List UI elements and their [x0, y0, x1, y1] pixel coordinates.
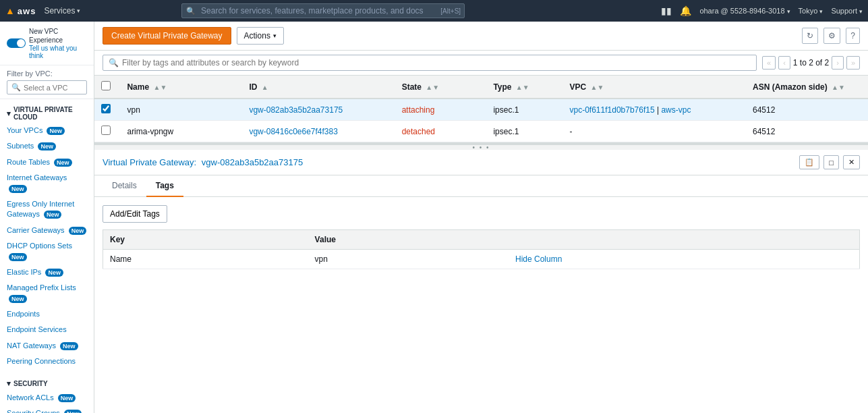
- user-menu[interactable]: ohara @ 5528-8946-3018 ▾: [699, 7, 790, 15]
- select-all-checkbox[interactable]: [101, 81, 111, 90]
- aws-logo-mark: ▲: [5, 5, 15, 16]
- prev-page-button[interactable]: ‹: [778, 56, 790, 70]
- vpg-table: Name ▲▼ ID ▲ State ▲▼ Type ▲▼ VPC ▲▼: [94, 76, 868, 142]
- sidebar-item-nat-gateways[interactable]: NAT Gateways New: [0, 338, 94, 354]
- user-caret-icon: ▾: [787, 8, 790, 15]
- new-badge: New: [44, 211, 62, 219]
- aws-logo-text: aws: [18, 6, 36, 16]
- new-badge: New: [9, 253, 27, 261]
- vpc-toggle-link[interactable]: Tell us what you think: [29, 45, 87, 59]
- create-vpg-button[interactable]: Create Virtual Private Gateway: [103, 27, 231, 45]
- pagination: « ‹ 1 to 2 of 2 › »: [762, 56, 860, 70]
- toolbar-right: ↻ ⚙ ?: [802, 28, 860, 44]
- sidebar-item-elastic-ips[interactable]: Elastic IPs New: [0, 265, 94, 280]
- next-page-button[interactable]: ›: [832, 56, 844, 70]
- resize-handle[interactable]: • • •: [94, 144, 868, 150]
- vpc-filter-input[interactable]: [24, 84, 78, 92]
- detail-action-copy[interactable]: 📋: [799, 155, 819, 169]
- region-selector[interactable]: Tokyo ▾: [799, 7, 823, 15]
- help-button[interactable]: ?: [846, 28, 860, 44]
- sort-icon: ▲▼: [516, 84, 529, 91]
- id-link[interactable]: vgw-08416c0e6e7f4f383: [249, 127, 337, 136]
- aws-logo[interactable]: ▲ aws: [5, 5, 36, 16]
- sidebar-item-egress-gateways[interactable]: Egress Only Internet Gateways New: [0, 196, 94, 223]
- pagination-text: 1 to 2 of 2: [793, 58, 829, 67]
- security-section-header[interactable]: ▾ SECURITY: [0, 375, 94, 390]
- sidebar-item-security-groups[interactable]: Security Groups New: [0, 406, 94, 413]
- hide-column-link[interactable]: Hide Column: [515, 254, 562, 264]
- table-row: vpn vgw-082ab3a5b2aa73175 attaching ipse…: [94, 99, 868, 121]
- add-edit-tags-button[interactable]: Add/Edit Tags: [103, 205, 167, 223]
- detail-title-id: vgw-082ab3a5b2aa73175: [202, 157, 303, 167]
- toggle-knob: [17, 39, 25, 47]
- vpc-link[interactable]: vpc-0f611f1d0b7b76f15: [570, 105, 655, 115]
- filter-search-input[interactable]: [122, 58, 751, 67]
- last-page-button[interactable]: »: [846, 56, 860, 70]
- notification-icon[interactable]: 🔔: [680, 5, 691, 16]
- first-page-button[interactable]: «: [762, 56, 776, 70]
- tag-value-vpn: vpn: [308, 250, 509, 269]
- sidebar-item-network-acls[interactable]: Network ACLs New: [0, 390, 94, 406]
- id-link[interactable]: vgw-082ab3a5b2aa73175: [249, 105, 343, 115]
- global-search-input[interactable]: [181, 3, 465, 18]
- sidebar-item-carrier-gateways[interactable]: Carrier Gateways New: [0, 223, 94, 238]
- new-badge: New: [45, 269, 63, 277]
- col-header-vpc[interactable]: VPC ▲▼: [563, 76, 746, 99]
- state-badge: detached: [402, 127, 435, 136]
- cloud-shell-icon[interactable]: ▮▮: [661, 5, 672, 16]
- detail-tabs-bar: Details Tags: [94, 175, 868, 197]
- sidebar-item-managed-prefix[interactable]: Managed Prefix Lists New: [0, 280, 94, 306]
- actions-button[interactable]: Actions ▾: [237, 27, 284, 45]
- new-badge: New: [54, 159, 72, 167]
- col-header-name[interactable]: Name ▲▼: [120, 76, 242, 99]
- cell-name: vpn: [120, 99, 242, 121]
- table-row: Name vpn Hide Column: [103, 250, 860, 269]
- select-all-header[interactable]: [94, 76, 120, 99]
- refresh-button[interactable]: ↻: [802, 28, 818, 44]
- tag-action-hide: Hide Column: [509, 250, 859, 269]
- vpc-experience-toggle-area: New VPC Experience Tell us what you thin…: [0, 22, 94, 65]
- col-header-state[interactable]: State ▲▼: [395, 76, 487, 99]
- tags-header-row: Key Value: [103, 230, 860, 250]
- vpc-label-link[interactable]: aws-vpc: [661, 105, 691, 115]
- vpc-section: ▾ VIRTUAL PRIVATE CLOUD Your VPCs New Su…: [0, 99, 94, 373]
- vpc-filter-input-wrap: 🔍: [7, 80, 87, 94]
- search-icon: 🔍: [186, 7, 196, 16]
- col-header-asn[interactable]: ASN (Amazon side) ▲▼: [746, 76, 868, 99]
- cell-name: arima-vpngw: [120, 121, 242, 142]
- tab-tags[interactable]: Tags: [146, 175, 183, 197]
- sort-icon-active: ▲: [262, 84, 268, 91]
- sidebar-item-internet-gateways[interactable]: Internet Gateways New: [0, 170, 94, 196]
- col-header-type[interactable]: Type ▲▼: [486, 76, 562, 99]
- filter-bar: 🔍 « ‹ 1 to 2 of 2 › »: [94, 51, 868, 76]
- detail-action-close[interactable]: ✕: [843, 155, 860, 169]
- cell-type: ipsec.1: [486, 121, 562, 142]
- state-badge: attaching: [402, 105, 435, 115]
- sidebar-item-subnets[interactable]: Subnets New: [0, 138, 94, 154]
- tab-details[interactable]: Details: [103, 175, 146, 197]
- support-menu[interactable]: Support ▾: [831, 7, 863, 15]
- sidebar-item-endpoint-services[interactable]: Endpoint Services: [0, 322, 94, 337]
- tags-col-key: Key: [103, 230, 308, 250]
- table-header-row: Name ▲▼ ID ▲ State ▲▼ Type ▲▼ VPC ▲▼: [94, 76, 868, 99]
- section-caret-icon: ▾: [7, 109, 11, 118]
- new-badge: New: [9, 185, 27, 193]
- vpc-experience-toggle[interactable]: [7, 38, 26, 48]
- sidebar-item-peering-connections[interactable]: Peering Connections: [0, 354, 94, 369]
- col-header-id[interactable]: ID ▲: [242, 76, 395, 99]
- sidebar-item-dhcp-options[interactable]: DHCP Options Sets New: [0, 238, 94, 265]
- cell-vpc: -: [563, 121, 746, 142]
- cell-type: ipsec.1: [486, 99, 562, 121]
- row-checkbox[interactable]: [101, 104, 111, 113]
- sidebar-item-route-tables[interactable]: Route Tables New: [0, 155, 94, 170]
- table-body: vpn vgw-082ab3a5b2aa73175 attaching ipse…: [94, 99, 868, 142]
- detail-action-split[interactable]: □: [823, 155, 839, 169]
- row-checkbox[interactable]: [101, 126, 111, 135]
- services-button[interactable]: Services ▾: [44, 6, 80, 16]
- vpc-section-header[interactable]: ▾ VIRTUAL PRIVATE CLOUD: [0, 102, 94, 123]
- sidebar-item-your-vpcs[interactable]: Your VPCs New: [0, 123, 94, 138]
- tag-key-name: Name: [103, 250, 308, 269]
- new-badge: New: [64, 410, 82, 413]
- settings-button[interactable]: ⚙: [823, 28, 840, 44]
- sidebar-item-endpoints[interactable]: Endpoints: [0, 306, 94, 322]
